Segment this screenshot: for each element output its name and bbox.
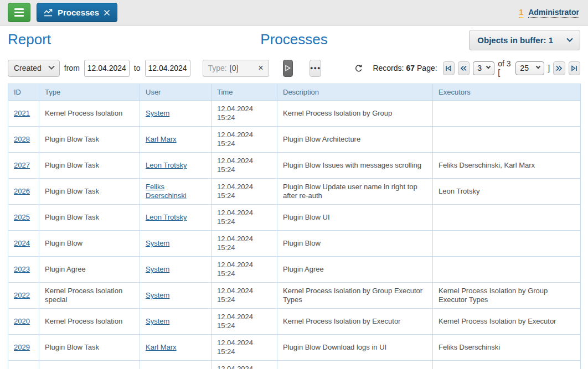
process-id-link[interactable]: 2022 [14,291,30,299]
user-link[interactable]: Leon Trotsky [146,213,187,221]
process-id-link[interactable]: 2026 [14,187,30,195]
buffer-count-badge[interactable]: 1 [519,8,523,18]
cell-id: 2023 [8,257,39,283]
objects-in-buffer-button[interactable]: Objects in buffer: 1 [469,30,580,50]
hamburger-icon [14,8,24,17]
cell-id: 2029 [8,335,39,361]
user-link[interactable]: System [146,317,169,325]
clear-filter-icon[interactable]: × [258,63,263,73]
table-row: 2026Plugin Blow TaskFeliks Dserschinski1… [8,179,581,205]
title-row: Report Processes Objects in buffer: 1 [0,25,588,56]
more-options-button[interactable]: ●●● [310,60,321,77]
main-menu-button[interactable] [8,3,30,22]
chevron-down-icon [536,64,540,69]
cell-time: 12.04.202415:24 [212,179,277,205]
next-page-icon [555,65,563,71]
process-id-link[interactable]: 2025 [14,213,30,221]
cell-user: Leon Trotsky [140,153,212,179]
date-from-input[interactable] [84,60,130,77]
cell-executors: Leon Trotsky [433,179,581,205]
pagination: 3 of 3 [ 25 ] [443,59,580,77]
cell-type: Kernel Process Isolation [39,309,140,335]
process-id-link[interactable]: 2023 [14,265,30,273]
line-chart-icon [44,9,53,17]
process-id-link[interactable]: 2027 [14,161,30,169]
cell-user: Karl Marx [140,127,212,153]
cell-type: Plugin Blow Task [39,179,140,205]
user-link[interactable]: Leon Trotsky [146,161,187,169]
type-filter-field[interactable]: Type: [0] × [203,60,269,77]
to-label: to [134,64,141,72]
column-header-time[interactable]: Time [212,84,277,101]
first-page-button[interactable] [443,61,455,75]
date-field-select-value: Created [14,64,42,72]
table-body: 2021Kernel Process IsolationSystem12.04.… [8,101,581,369]
user-link[interactable]: System [146,265,169,273]
first-page-icon [445,65,452,71]
process-id-link[interactable]: 2029 [14,343,30,351]
user-link[interactable]: System [146,291,169,299]
cell-type: Plugin Blow Task [39,205,140,231]
cell-description: Plugin Agree [277,257,433,283]
cell-description: Plugin Blow Download logs in UI [277,335,433,361]
user-menu-link[interactable]: Administrator [528,8,579,18]
cell-time: 12.04.202415:24 [212,153,277,179]
cell-type: Plugin Blow Task [39,153,140,179]
user-link[interactable]: Feliks Dserschinski [146,183,187,200]
date-value: 12.04.2024 [217,105,271,113]
cell-type: Plugin Blow Task [39,127,140,153]
process-id-link[interactable]: 2024 [14,239,30,247]
cell-time: 12.04.202415:24 [212,127,277,153]
date-value: 12.04.2024 [217,339,271,347]
cell-description: Plugin Blow Architecture [277,127,433,153]
date-to-input[interactable] [145,60,190,77]
cell-executors: Kernel Process Isolation by Executor [433,309,581,335]
column-header-user[interactable]: User [140,84,212,101]
cell-type: Plugin Blow Task [39,335,140,361]
page-size-select[interactable]: 25 [515,61,544,75]
cell-time: 12.04.202415:24 [212,309,277,335]
close-icon[interactable] [104,9,110,16]
column-header-type[interactable]: Type [39,84,140,101]
cell-id: 2026 [8,179,39,205]
date-field-select[interactable]: Created [8,60,60,77]
cell-executors [433,257,581,283]
cell-user: Karl Marx [140,335,212,361]
refresh-button[interactable] [354,64,363,72]
cell-user: Karl Marx [140,361,212,369]
time-value: 15:24 [217,347,271,356]
user-link[interactable]: Karl Marx [146,135,177,143]
user-link[interactable]: Karl Marx [146,343,177,351]
table-row: 2030Plugin Blow TaskKarl Marx12.04.20241… [8,361,581,369]
bracket-close-text: ] [548,64,550,72]
run-report-button[interactable] [283,60,293,77]
cell-user: System [140,309,212,335]
process-id-link[interactable]: 2020 [14,317,30,325]
tab-processes[interactable]: Processes [37,3,117,22]
user-link[interactable]: System [146,109,169,117]
cell-time: 12.04.202415:24 [212,361,277,369]
page-number-select[interactable]: 3 [473,61,494,75]
cell-time: 12.04.202415:24 [212,335,277,361]
next-page-button[interactable] [553,61,565,75]
process-id-link[interactable]: 2021 [14,109,30,117]
last-page-button[interactable] [569,61,580,75]
cell-user: System [140,283,212,309]
cell-id: 2030 [8,361,39,369]
table-row: 2022Kernel Process Isolation specialSyst… [8,283,581,309]
cell-time: 12.04.202415:24 [212,231,277,257]
user-link[interactable]: System [146,239,169,247]
time-value: 15:24 [217,295,271,304]
column-header-description[interactable]: Description [277,84,433,101]
cell-id: 2021 [8,101,39,127]
cell-user: System [140,231,212,257]
prev-page-button[interactable] [458,61,470,75]
column-header-id[interactable]: ID [8,84,39,101]
process-id-link[interactable]: 2028 [14,135,30,143]
cell-executors [433,205,581,231]
cell-description: Plugin Blow Storing large amount of file… [277,361,433,369]
table-row: 2025Plugin Blow TaskLeon Trotsky12.04.20… [8,205,581,231]
chevron-down-icon [566,35,572,41]
table-row: 2028Plugin Blow TaskKarl Marx12.04.20241… [8,127,581,153]
column-header-executors[interactable]: Executors [433,84,581,101]
